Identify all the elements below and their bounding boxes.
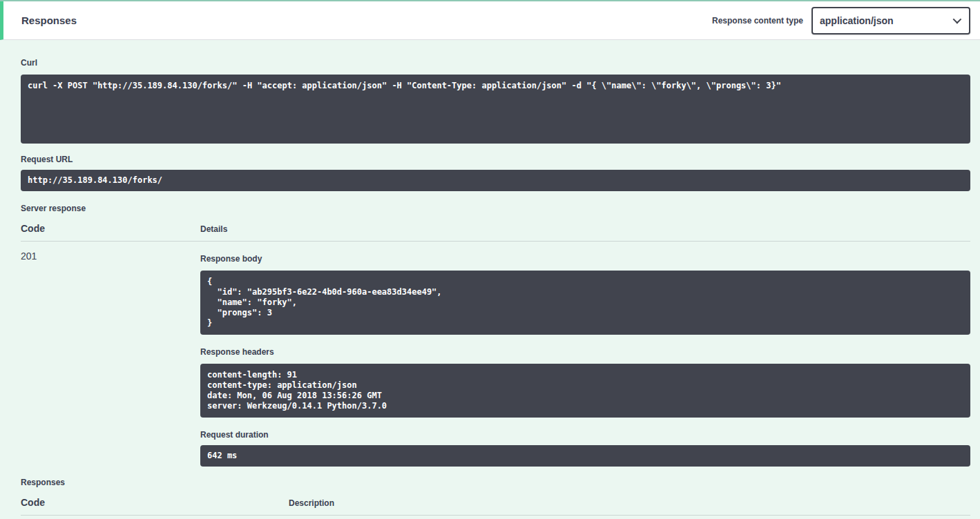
response-content-type-value: application/json (820, 15, 894, 26)
server-response-row: 201 Response body { "id": "ab295bf3-6e22… (21, 242, 970, 467)
responses-header: Responses Response content type applicat… (0, 1, 980, 40)
responses-doc-description-header: Description (289, 498, 970, 508)
responses-body: Curl curl -X POST "http://35.189.84.130/… (0, 40, 980, 519)
request-url-value: http://35.189.84.130/forks/ (21, 170, 970, 191)
response-content-type-label: Response content type (712, 16, 803, 26)
response-body-label: Response body (200, 254, 970, 264)
responses-doc-label: Responses (21, 478, 970, 487)
server-response-details-header: Details (200, 224, 970, 234)
response-headers-label: Response headers (200, 347, 970, 357)
request-duration-value: 642 ms (200, 445, 970, 467)
responses-doc-description-cell: Successfully created a fork (289, 516, 970, 519)
responses-doc-row: 201 Successfully created a fork (21, 516, 970, 519)
server-response-details: Response body { "id": "ab295bf3-6e22-4b0… (200, 242, 970, 467)
content-type-wrapper: Response content type application/json (712, 7, 970, 35)
chevron-down-icon (953, 15, 962, 24)
responses-section: Responses Response content type applicat… (0, 1, 980, 519)
curl-label: Curl (21, 58, 970, 68)
server-response-label: Server response (21, 204, 970, 213)
server-response-code-header: Code (21, 223, 200, 234)
request-duration-label: Request duration (200, 430, 970, 440)
responses-doc-code: 201 (21, 516, 289, 519)
curl-command[interactable]: curl -X POST "http://35.189.84.130/forks… (21, 75, 970, 144)
request-url-label: Request URL (21, 155, 970, 164)
server-response-code: 201 (21, 242, 200, 467)
server-response-table-header: Code Details (21, 213, 970, 242)
responses-title: Responses (21, 14, 77, 26)
response-body-value: { "id": "ab295bf3-6e22-4b0d-960a-eea83d3… (200, 271, 970, 335)
response-content-type-select[interactable]: application/json (811, 7, 970, 35)
response-headers-value: content-length: 91 content-type: applica… (200, 364, 970, 418)
responses-doc-table-header: Code Description (21, 487, 970, 516)
responses-doc-code-header: Code (21, 497, 289, 508)
